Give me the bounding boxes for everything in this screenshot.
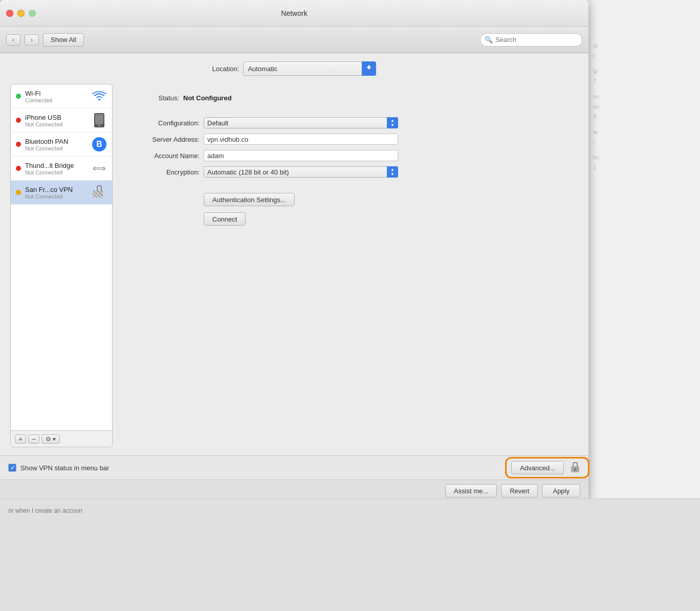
server-address-row: Server Address: — [128, 134, 563, 145]
network-list: Wi-Fi Connected — [11, 84, 112, 430]
gear-button[interactable]: ⚙ ▾ — [41, 434, 60, 444]
advanced-button-wrap: Advanced... — [511, 461, 564, 474]
network-info-iphone: iPhone USB Not Connected — [25, 114, 92, 127]
network-name-bridge: Thund...lt Bridge — [25, 162, 92, 169]
main-content: Location: Automatic Wi-Fi Connec — [0, 53, 588, 455]
advanced-button[interactable]: Advanced... — [511, 461, 564, 474]
status-dot-vpn — [16, 190, 21, 195]
bottom-bar: ✓ Show VPN status in menu bar Advanced..… — [0, 455, 588, 479]
network-status-wifi: Connected — [25, 97, 92, 103]
bottom-background: or when I create an accoun — [0, 498, 700, 611]
window-title: Network — [281, 9, 307, 17]
network-status-iphone: Not Connected — [25, 121, 92, 127]
network-name-wifi: Wi-Fi — [25, 90, 92, 97]
minimize-button[interactable] — [17, 10, 25, 17]
vpn-icon — [92, 185, 107, 200]
location-label: Location: — [212, 65, 239, 73]
network-status-vpn: Not Connected — [25, 193, 92, 200]
add-network-button[interactable]: + — [15, 434, 26, 444]
checkbox-row: ✓ Show VPN status in menu bar — [8, 464, 511, 472]
network-info-wifi: Wi-Fi Connected — [25, 90, 92, 103]
location-row: Location: Automatic — [10, 61, 578, 76]
list-item[interactable]: Wi-Fi Connected — [11, 84, 112, 108]
show-vpn-checkbox[interactable]: ✓ — [8, 464, 16, 472]
account-name-input[interactable] — [204, 150, 398, 161]
show-all-button[interactable]: Show All — [43, 33, 84, 47]
actions-row: Authentication Settings... — [204, 193, 563, 206]
assist-me-button[interactable]: Assist me... — [445, 484, 497, 497]
body-area: Wi-Fi Connected — [10, 84, 578, 447]
status-dot-iphone — [16, 118, 21, 123]
server-address-input[interactable] — [204, 134, 398, 145]
status-field-label: Status: — [128, 94, 179, 102]
apply-button[interactable]: Apply — [542, 484, 580, 497]
back-button[interactable]: ‹ — [6, 34, 20, 46]
svg-point-0 — [98, 99, 100, 101]
phone-icon — [92, 113, 107, 128]
network-list-container: Wi-Fi Connected — [10, 84, 113, 447]
network-info-bridge: Thund...lt Bridge Not Connected — [25, 162, 92, 176]
configuration-row: Configuration: Default ▲ ▼ — [128, 117, 563, 128]
encryption-label: Encryption: — [128, 168, 200, 176]
status-dot-bridge — [16, 166, 21, 171]
form-fields: Configuration: Default ▲ ▼ — [128, 117, 563, 178]
status-dot-wifi — [16, 94, 21, 99]
network-info-bluetooth: Bluetooth PAN Not Connected — [25, 138, 92, 151]
close-button[interactable] — [6, 10, 13, 17]
wifi-icon — [92, 89, 107, 104]
encryption-row: Encryption: Automatic (128 bit or 40 bit… — [128, 166, 563, 178]
encryption-select-wrap: Automatic (128 bit or 40 bit) ▲ ▼ — [204, 166, 398, 178]
configuration-label: Configuration: — [128, 119, 200, 127]
show-vpn-label: Show VPN status in menu bar — [20, 464, 109, 472]
forward-button[interactable]: › — [25, 34, 39, 46]
account-name-row: Account Name: — [128, 150, 563, 161]
title-bar: Network — [0, 0, 588, 27]
search-input[interactable] — [495, 36, 578, 43]
encryption-select[interactable]: Automatic (128 bit or 40 bit) — [204, 166, 398, 178]
maximize-button[interactable] — [29, 10, 36, 17]
search-icon: 🔍 — [485, 36, 493, 43]
status-row: Status: Not Configured — [128, 94, 563, 102]
lock-icon — [570, 462, 580, 473]
network-name-iphone: iPhone USB — [25, 114, 92, 121]
status-dot-bluetooth — [16, 142, 21, 147]
remove-network-button[interactable]: − — [28, 434, 39, 444]
network-info-vpn: San Fr...co VPN Not Connected — [25, 186, 92, 200]
auth-settings-button[interactable]: Authentication Settings... — [204, 193, 295, 206]
configuration-select[interactable]: Default — [204, 117, 398, 128]
network-name-vpn: San Fr...co VPN — [25, 186, 92, 193]
location-select-wrap: Automatic — [243, 61, 376, 76]
configuration-select-wrap: Default ▲ ▼ — [204, 117, 398, 128]
network-window: Network ‹ › Show All 🔍 Location: Automat… — [0, 0, 588, 501]
traffic-lights — [6, 10, 36, 17]
network-status-bridge: Not Connected — [25, 169, 92, 176]
toolbar: ‹ › Show All 🔍 — [0, 27, 588, 53]
list-toolbar: + − ⚙ ▾ — [11, 430, 112, 447]
list-item[interactable]: Bluetooth PAN Not Connected B — [11, 133, 112, 157]
status-value: Not Configured — [183, 94, 232, 102]
search-box: 🔍 — [480, 33, 582, 47]
bluetooth-icon: B — [92, 137, 107, 152]
bottom-right-buttons: Advanced... — [511, 461, 580, 474]
location-select[interactable]: Automatic — [243, 61, 376, 76]
account-name-label: Account Name: — [128, 152, 200, 160]
network-name-bluetooth: Bluetooth PAN — [25, 138, 92, 145]
bottom-bg-text: or when I create an accoun — [8, 507, 82, 514]
list-item[interactable]: San Fr...co VPN Not Connected — [11, 181, 112, 205]
list-item[interactable]: iPhone USB Not Connected — [11, 108, 112, 133]
detail-panel: Status: Not Configured Configuration: De… — [113, 84, 578, 447]
connect-row: Connect — [204, 212, 563, 226]
network-status-bluetooth: Not Connected — [25, 145, 92, 151]
list-item[interactable]: Thund...lt Bridge Not Connected ⟺ — [11, 157, 112, 181]
server-address-label: Server Address: — [128, 136, 200, 143]
connect-button[interactable]: Connect — [204, 212, 246, 226]
bridge-icon: ⟺ — [92, 161, 107, 176]
revert-button[interactable]: Revert — [501, 484, 538, 497]
